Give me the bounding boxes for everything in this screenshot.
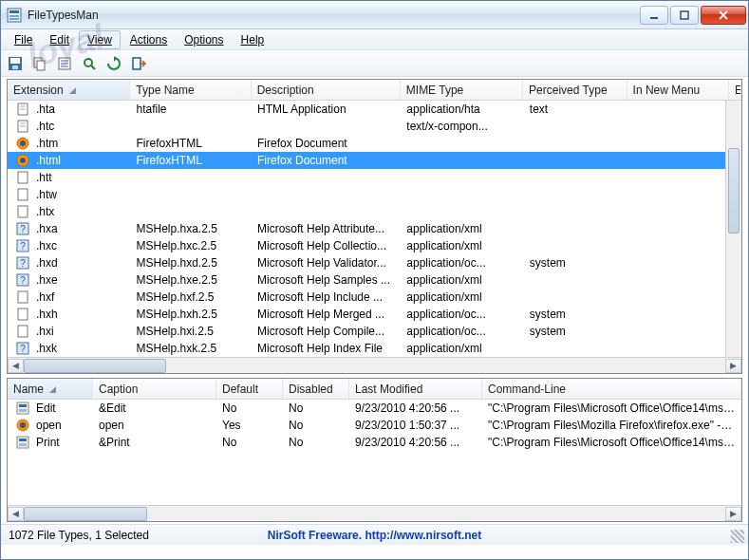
action-row[interactable]: openopenYesNo9/23/2010 1:50:37 ..."C:\Pr…	[8, 417, 741, 434]
desc-cell: Microsoft Help Samples ...	[252, 273, 401, 287]
scroll-right-icon[interactable]: ▶	[725, 507, 741, 521]
filetype-row[interactable]: .hxiMSHelp.hxi.2.5Microsoft Help Compile…	[8, 323, 741, 340]
mime-cell: application/xml	[401, 342, 523, 355]
scroll-left-icon[interactable]: ◀	[8, 507, 24, 521]
menu-file[interactable]: File	[7, 31, 40, 48]
actions-rows: Edit&EditNoNo9/23/2010 4:20:56 ..."C:\Pr…	[8, 400, 741, 451]
title-bar[interactable]: FileTypesMan	[1, 1, 748, 29]
svg-rect-30	[18, 172, 28, 183]
col-disabled[interactable]: Disabled	[283, 379, 349, 399]
menu-options[interactable]: Options	[177, 31, 231, 48]
copy-icon[interactable]	[31, 55, 48, 72]
col-extension[interactable]: Extension◢	[8, 80, 130, 100]
actions-header: Name◢ Caption Default Disabled Last Modi…	[8, 379, 741, 400]
scroll-thumb-h[interactable]	[24, 507, 147, 521]
col-innewmenu[interactable]: In New Menu	[627, 80, 729, 100]
svg-rect-10	[12, 65, 18, 69]
action-icon	[13, 401, 32, 415]
svg-rect-51	[17, 437, 28, 448]
col-name[interactable]: Name◢	[8, 379, 93, 399]
type-cell: FirefoxHTML	[130, 154, 252, 167]
svg-rect-4	[650, 17, 658, 19]
ext-cell: .hxe	[36, 273, 58, 287]
maximize-button[interactable]	[670, 6, 699, 25]
file-icon: ?	[13, 256, 32, 270]
filetype-row[interactable]: .htmlFirefoxHTMLFirefox Document	[8, 152, 741, 169]
filetype-row[interactable]: .htw	[8, 186, 741, 203]
filetype-row[interactable]: .htx	[8, 203, 741, 220]
filetype-row[interactable]: .hxfMSHelp.hxf.2.5Microsoft Help Include…	[8, 289, 741, 306]
type-cell: MSHelp.hxc.2.5	[130, 239, 252, 252]
menu-edit[interactable]: Edit	[42, 31, 77, 48]
vertical-scrollbar[interactable]	[725, 101, 741, 357]
resize-grip-icon[interactable]	[731, 530, 744, 543]
svg-text:?: ?	[20, 258, 26, 269]
scroll-thumb-h[interactable]	[24, 359, 166, 373]
mime-cell: application/xml	[401, 290, 523, 304]
filetype-row[interactable]: ?.hxdMSHelp.hxd.2.5Microsoft Help Valida…	[8, 254, 741, 271]
ext-cell: .htm	[36, 137, 58, 150]
svg-rect-19	[133, 58, 140, 69]
action-row[interactable]: Edit&EditNoNo9/23/2010 4:20:56 ..."C:\Pr…	[8, 400, 741, 417]
col-mimetype[interactable]: MIME Type	[401, 80, 523, 100]
filetype-row[interactable]: ?.hxeMSHelp.hxe.2.5Microsoft Help Sample…	[8, 271, 741, 289]
horizontal-scrollbar-upper[interactable]: ◀ ▶	[8, 357, 741, 373]
menu-help[interactable]: Help	[234, 31, 272, 48]
find-icon[interactable]	[81, 55, 98, 72]
svg-point-17	[84, 59, 92, 66]
type-cell: MSHelp.hxh.2.5	[130, 308, 252, 321]
filetype-row[interactable]: ?.hxaMSHelp.hxa.2.5Microsoft Help Attrib…	[8, 220, 741, 237]
status-link[interactable]: NirSoft Freeware. http://www.nirsoft.net	[268, 529, 482, 542]
col-commandline[interactable]: Command-Line	[482, 379, 741, 399]
svg-rect-5	[681, 11, 688, 19]
close-button[interactable]	[701, 6, 746, 25]
menu-actions[interactable]: Actions	[122, 31, 175, 48]
file-icon	[13, 325, 32, 338]
svg-text:?: ?	[20, 241, 26, 252]
col-default[interactable]: Default	[216, 379, 283, 399]
col-description[interactable]: Description	[252, 80, 401, 100]
filetype-row[interactable]: .htt	[8, 169, 741, 186]
sort-asc-icon: ◢	[49, 384, 56, 394]
file-icon: ?	[13, 273, 32, 287]
perceived-cell: text	[524, 103, 628, 116]
properties-icon[interactable]	[56, 55, 73, 72]
file-icon	[13, 137, 32, 150]
ext-cell: .html	[36, 154, 61, 167]
scroll-right-icon[interactable]: ▶	[725, 359, 741, 373]
action-icon	[13, 436, 32, 449]
svg-text:?: ?	[20, 275, 26, 286]
type-cell: MSHelp.hxi.2.5	[130, 325, 252, 338]
filetype-row[interactable]: ?.hxkMSHelp.hxk.2.5Microsoft Help Index …	[8, 340, 741, 357]
refresh-icon[interactable]	[105, 55, 122, 72]
minimize-button[interactable]	[640, 6, 668, 25]
scroll-left-icon[interactable]: ◀	[8, 359, 24, 373]
filetype-row[interactable]: .htctext/x-compon...	[8, 118, 741, 135]
svg-point-29	[20, 158, 26, 163]
svg-text:?: ?	[20, 224, 26, 234]
save-icon[interactable]	[7, 55, 24, 72]
desc-cell: Microsoft Help Attribute...	[252, 222, 401, 235]
col-excluded[interactable]: Excluded	[729, 80, 741, 100]
svg-rect-52	[19, 439, 27, 441]
ext-cell: .htc	[36, 120, 54, 133]
desc-cell: Microsoft Help Validator...	[252, 256, 401, 270]
menu-view[interactable]: View	[79, 30, 121, 49]
type-cell: htafile	[130, 103, 252, 116]
horizontal-scrollbar-lower[interactable]: ◀ ▶	[8, 505, 741, 521]
scroll-thumb[interactable]	[728, 148, 740, 233]
col-caption[interactable]: Caption	[93, 379, 216, 399]
action-row[interactable]: Print&PrintNoNo9/23/2010 4:20:56 ..."C:\…	[8, 434, 741, 451]
col-lastmodified[interactable]: Last Modified	[349, 379, 482, 399]
svg-rect-42	[18, 308, 28, 320]
filetype-row[interactable]: .hxhMSHelp.hxh.2.5Microsoft Help Merged …	[8, 306, 741, 323]
svg-rect-43	[18, 326, 28, 337]
ext-cell: .hxk	[36, 342, 57, 355]
col-typename[interactable]: Type Name	[130, 80, 251, 100]
exit-icon[interactable]	[130, 55, 147, 72]
col-perceived[interactable]: Perceived Type	[523, 80, 627, 100]
file-icon	[13, 171, 32, 184]
filetype-row[interactable]: .htmFirefoxHTMLFirefox Document	[8, 135, 741, 152]
filetype-row[interactable]: .htahtafileHTML Applicationapplication/h…	[8, 101, 741, 118]
filetype-row[interactable]: ?.hxcMSHelp.hxc.2.5Microsoft Help Collec…	[8, 237, 741, 254]
